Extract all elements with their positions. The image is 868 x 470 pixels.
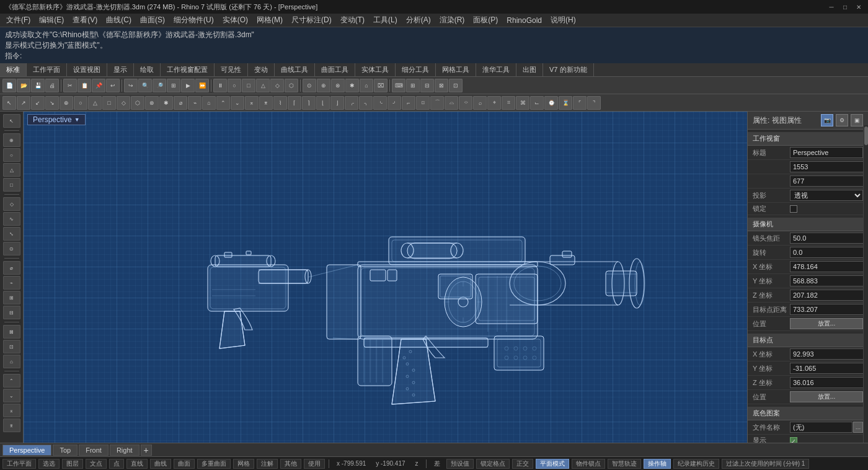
rp-scrollbar[interactable] bbox=[863, 125, 868, 443]
sb-smart-track[interactable]: 智慧轨迹 bbox=[608, 459, 641, 469]
lp-btn-6[interactable]: ∿ bbox=[3, 212, 20, 226]
tb1-btn-5[interactable]: 📋 bbox=[78, 79, 91, 92]
tb1-btn-15[interactable]: ○ bbox=[228, 79, 241, 92]
sb-other[interactable]: 其他 bbox=[280, 459, 301, 469]
toolbar-tab-3[interactable]: 显示 bbox=[107, 63, 134, 76]
tb2-btn-4[interactable]: ⊕ bbox=[60, 96, 73, 110]
tb2-btn-35[interactable]: ⌗ bbox=[502, 96, 515, 110]
rp-select-projection[interactable]: 透视 平行 bbox=[790, 190, 863, 201]
tb1-btn-4[interactable]: ✂ bbox=[63, 79, 77, 92]
sb-lock-grid[interactable]: 锁定格点 bbox=[476, 459, 510, 469]
menu-item-s[interactable]: 曲面(S) bbox=[136, 14, 169, 27]
tb2-btn-30[interactable]: ⌒ bbox=[430, 96, 444, 110]
tb1-btn-14[interactable]: ⏸ bbox=[213, 79, 227, 92]
menu-item-v[interactable]: 查看(V) bbox=[69, 14, 101, 27]
rp-input-ty[interactable] bbox=[790, 363, 868, 374]
toolbar-tab-5[interactable]: 工作视窗配置 bbox=[161, 63, 215, 76]
toolbar-tab-13[interactable]: 淮华工具 bbox=[476, 63, 516, 76]
tb1-btn-9[interactable]: 🔍 bbox=[138, 79, 152, 92]
toolbar-tab-12[interactable]: 网格工具 bbox=[436, 63, 476, 76]
rp-btn-filename-browse[interactable]: … bbox=[853, 422, 863, 433]
tb1-btn-6[interactable]: 📌 bbox=[92, 79, 105, 92]
tb2-btn-18[interactable]: ⌆ bbox=[259, 96, 273, 110]
menu-item-c[interactable]: 曲线(C) bbox=[102, 14, 135, 27]
lp-btn-11[interactable]: ⊞ bbox=[3, 291, 20, 304]
tb2-btn-15[interactable]: ⌃ bbox=[216, 96, 230, 110]
tb1-btn-12[interactable]: ▶ bbox=[181, 79, 195, 92]
lp-btn-9[interactable]: ⌀ bbox=[3, 261, 20, 275]
sb-build-history[interactable]: 纪录建构历史 bbox=[673, 459, 719, 469]
lp-btn-19[interactable]: ⌆ bbox=[3, 419, 20, 432]
rp-btn-cam-pos[interactable]: 放置... bbox=[790, 318, 863, 329]
tb1-btn-18[interactable]: ◇ bbox=[270, 79, 284, 92]
tb2-btn-39[interactable]: ⌛ bbox=[559, 96, 572, 110]
viewport-area[interactable]: Perspective ▼ .gun-line { stroke: #c8e0f… bbox=[24, 112, 747, 443]
tb2-btn-40[interactable]: ⌜ bbox=[573, 96, 587, 110]
lp-btn-14[interactable]: ⊡ bbox=[3, 340, 20, 353]
toolbar-tab-8[interactable]: 曲线工具 bbox=[275, 63, 315, 76]
rp-square-icon-btn[interactable]: ▣ bbox=[851, 114, 863, 126]
viewport-label[interactable]: Perspective ▼ bbox=[27, 114, 86, 125]
tb2-btn-29[interactable]: ⌑ bbox=[416, 96, 430, 110]
tb2-btn-11[interactable]: ✱ bbox=[159, 96, 173, 110]
tb2-btn-26[interactable]: ⌎ bbox=[373, 96, 387, 110]
lp-btn-12[interactable]: ⊟ bbox=[3, 306, 20, 319]
tb1-btn-16[interactable]: □ bbox=[242, 79, 255, 92]
menu-item-t[interactable]: 变动(T) bbox=[337, 14, 368, 27]
tb1-btn-7[interactable]: ↩ bbox=[106, 79, 120, 92]
sb-workplane[interactable]: 工作平面 bbox=[2, 459, 36, 469]
menu-item-d[interactable]: 尺寸标注(D) bbox=[288, 14, 335, 27]
toolbar-tab-4[interactable]: 绘取 bbox=[134, 63, 161, 76]
rp-input-height[interactable] bbox=[790, 175, 868, 187]
tb1-btn-22[interactable]: ⊗ bbox=[331, 79, 345, 92]
sb-curve[interactable]: 曲线 bbox=[150, 459, 171, 469]
tb2-btn-24[interactable]: ⌌ bbox=[345, 96, 358, 110]
tb2-btn-16[interactable]: ⌄ bbox=[231, 96, 244, 110]
tb1-btn-2[interactable]: 💾 bbox=[31, 79, 45, 92]
tb2-btn-19[interactable]: ⌇ bbox=[273, 96, 287, 110]
menu-item-m[interactable]: 网格(M) bbox=[253, 14, 286, 27]
rp-input-title[interactable] bbox=[790, 147, 863, 158]
lp-btn-10[interactable]: ⌁ bbox=[3, 276, 20, 290]
sb-surface[interactable]: 曲面 bbox=[174, 459, 195, 469]
menu-item-r[interactable]: 渲染(R) bbox=[436, 14, 469, 27]
tb2-btn-1[interactable]: ↗ bbox=[17, 96, 30, 110]
tb1-btn-30[interactable]: ⊡ bbox=[449, 79, 463, 92]
close-button[interactable]: ✕ bbox=[854, 2, 863, 11]
lp-btn-18[interactable]: ⌅ bbox=[3, 404, 20, 417]
tb1-btn-20[interactable]: ⊙ bbox=[303, 79, 316, 92]
rp-btn-tgt-pos[interactable]: 放置... bbox=[790, 391, 863, 402]
rp-input-target-dist[interactable] bbox=[790, 304, 868, 315]
lp-btn-1[interactable]: ⊕ bbox=[3, 133, 20, 147]
menu-item-rhinogold[interactable]: RhinoGold bbox=[503, 15, 546, 26]
tb2-btn-2[interactable]: ↙ bbox=[31, 96, 45, 110]
tb1-btn-11[interactable]: ⊞ bbox=[167, 79, 180, 92]
rp-scrollbar-thumb[interactable] bbox=[864, 126, 868, 145]
rp-checkbox-lock[interactable] bbox=[790, 205, 797, 213]
tb2-btn-14[interactable]: ⌂ bbox=[202, 96, 216, 110]
tb1-btn-26[interactable]: ⌨ bbox=[392, 79, 405, 92]
rp-input-focal[interactable] bbox=[790, 233, 868, 244]
tab-add-button[interactable]: + bbox=[141, 445, 152, 456]
sb-polysurface[interactable]: 多重曲面 bbox=[197, 459, 231, 469]
tb1-btn-19[interactable]: ⬡ bbox=[285, 79, 298, 92]
toolbar-tab-14[interactable]: 出图 bbox=[516, 63, 543, 76]
sb-planar-mode[interactable]: 平面模式 bbox=[536, 459, 569, 469]
tb2-btn-37[interactable]: ⌙ bbox=[530, 96, 544, 110]
toolbar-tab-1[interactable]: 工作平面 bbox=[27, 63, 67, 76]
tb2-btn-13[interactable]: ⌁ bbox=[188, 96, 202, 110]
tb2-btn-10[interactable]: ⊗ bbox=[145, 96, 159, 110]
tb1-btn-24[interactable]: ⌂ bbox=[360, 79, 373, 92]
tb1-btn-1[interactable]: 📂 bbox=[17, 79, 30, 92]
menu-item-f[interactable]: 文件(F) bbox=[2, 14, 34, 27]
sb-line[interactable]: 直线 bbox=[126, 459, 148, 469]
tb2-btn-9[interactable]: ⬡ bbox=[131, 96, 144, 110]
tb2-btn-5[interactable]: ○ bbox=[74, 96, 87, 110]
menu-item-h[interactable]: 说明(H) bbox=[547, 14, 580, 27]
sb-annotation[interactable]: 注解 bbox=[257, 459, 278, 469]
sb-select[interactable]: 选选 bbox=[38, 459, 60, 469]
toolbar-tab-0[interactable]: 标准 bbox=[0, 63, 27, 76]
rp-input-tx[interactable] bbox=[790, 348, 868, 360]
tb2-btn-38[interactable]: ⌚ bbox=[544, 96, 558, 110]
sb-mesh[interactable]: 网格 bbox=[233, 459, 254, 469]
